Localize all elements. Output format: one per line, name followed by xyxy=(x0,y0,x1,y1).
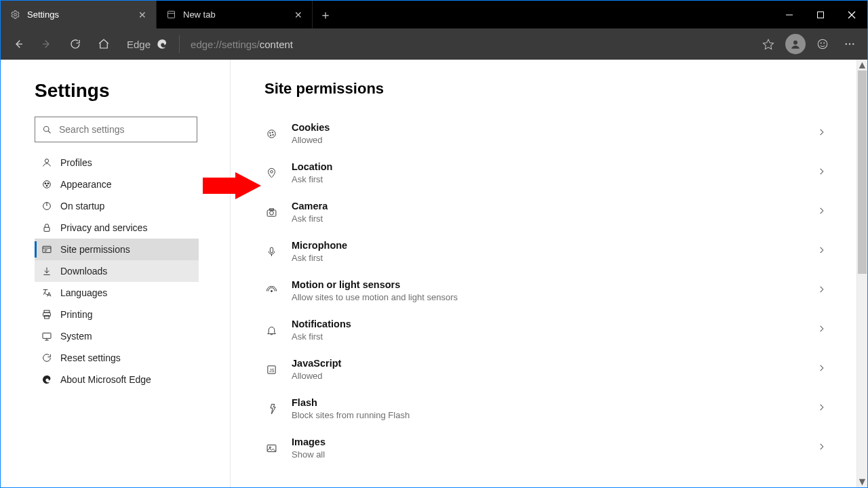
location-icon xyxy=(266,167,277,179)
tab-title: Settings xyxy=(27,9,132,20)
sidebar-item-label: System xyxy=(60,331,92,342)
toolbar: Edge edge://settings/content xyxy=(1,28,867,60)
settings-nav: ProfilesAppearanceOn startupPrivacy and … xyxy=(35,152,199,390)
refresh-button[interactable] xyxy=(63,32,87,56)
print-icon xyxy=(41,309,52,320)
maximize-button[interactable] xyxy=(805,1,836,28)
image-icon xyxy=(266,443,277,454)
permission-subtitle: Show all xyxy=(292,449,804,460)
forward-button[interactable] xyxy=(35,32,59,56)
sidebar-item-reset-settings[interactable]: Reset settings xyxy=(35,347,199,369)
chevron-right-icon xyxy=(817,127,827,140)
sidebar-item-languages[interactable]: Languages xyxy=(35,282,199,304)
person-icon xyxy=(41,157,52,168)
sidebar-item-label: Downloads xyxy=(60,266,107,277)
feedback-button[interactable] xyxy=(810,32,835,56)
reset-icon xyxy=(41,352,52,363)
sidebar-item-label: Privacy and services xyxy=(60,222,147,233)
permission-title: Images xyxy=(292,436,804,447)
permission-subtitle: Allowed xyxy=(292,371,804,381)
svg-marker-19 xyxy=(203,172,261,199)
svg-point-0 xyxy=(14,14,17,16)
permission-row-flash[interactable]: FlashBlock sites from running Flash xyxy=(264,389,827,428)
lock-icon xyxy=(41,222,52,233)
svg-point-10 xyxy=(793,41,797,45)
sidebar-item-label: Printing xyxy=(60,309,92,320)
scroll-down-icon[interactable]: ▼ xyxy=(857,476,867,487)
favorite-button[interactable] xyxy=(756,32,781,56)
search-input-field[interactable] xyxy=(59,124,190,135)
tab-settings[interactable]: Settings ✕ xyxy=(1,1,157,28)
page-title: Site permissions xyxy=(264,80,827,98)
annotation-arrow xyxy=(203,172,261,199)
permission-row-location[interactable]: LocationAsk first xyxy=(264,153,827,192)
permission-row-camera[interactable]: CameraAsk first xyxy=(264,192,827,232)
sidebar-item-site-permissions[interactable]: Site permissions xyxy=(35,239,199,260)
permission-row-motion-or-light-sensors[interactable]: Motion or light sensorsAllow sites to us… xyxy=(264,271,827,310)
sidebar-item-label: Appearance xyxy=(60,179,112,190)
vertical-scrollbar[interactable]: ▲ ▼ xyxy=(856,60,867,487)
permission-subtitle: Ask first xyxy=(292,331,804,342)
svg-rect-4 xyxy=(818,12,824,18)
home-button[interactable] xyxy=(92,32,116,56)
permission-title: Notifications xyxy=(292,319,804,329)
tab-title: New tab xyxy=(183,9,288,20)
sidebar-item-label: Site permissions xyxy=(60,244,130,255)
permission-title: Motion or light sensors xyxy=(292,279,804,290)
permission-subtitle: Ask first xyxy=(292,253,804,263)
edge-icon xyxy=(41,374,52,385)
titlebar: Settings ✕ New tab ✕ ＋ xyxy=(1,1,867,28)
permission-subtitle: Ask first xyxy=(292,174,804,184)
new-tab-button[interactable]: ＋ xyxy=(313,1,338,28)
sidebar-item-printing[interactable]: Printing xyxy=(35,304,199,325)
svg-point-13 xyxy=(824,43,825,43)
permission-row-notifications[interactable]: NotificationsAsk first xyxy=(264,310,827,350)
sidebar-item-downloads[interactable]: Downloads xyxy=(35,260,199,282)
sidebar-item-about-microsoft-edge[interactable]: About Microsoft Edge xyxy=(35,369,199,390)
sidebar-item-privacy-and-services[interactable]: Privacy and services xyxy=(35,217,199,239)
permission-title: Microphone xyxy=(292,240,804,251)
tab-newtab[interactable]: New tab ✕ xyxy=(157,1,313,28)
address-bar[interactable]: edge://settings/content xyxy=(191,39,747,50)
permission-row-javascript[interactable]: JavaScriptAllowed xyxy=(264,350,827,389)
svg-point-15 xyxy=(849,43,850,45)
site-icon xyxy=(41,244,52,255)
permission-title: JavaScript xyxy=(292,358,804,369)
chevron-right-icon xyxy=(817,403,827,415)
window-controls xyxy=(774,1,867,28)
permission-row-cookies[interactable]: CookiesAllowed xyxy=(264,114,827,153)
permission-subtitle: Ask first xyxy=(292,214,804,224)
edge-icon xyxy=(156,38,168,50)
permission-title: Cookies xyxy=(292,122,804,133)
permission-title: Camera xyxy=(292,201,804,211)
svg-rect-1 xyxy=(168,12,175,18)
js-icon xyxy=(266,364,277,375)
chevron-right-icon xyxy=(817,324,827,336)
permission-subtitle: Block sites from running Flash xyxy=(292,410,804,420)
sidebar-item-label: Profiles xyxy=(60,157,92,168)
mic-icon xyxy=(266,246,277,258)
scroll-thumb[interactable] xyxy=(858,70,867,274)
close-icon[interactable]: ✕ xyxy=(138,9,146,20)
svg-point-11 xyxy=(818,39,827,49)
permission-row-microphone[interactable]: MicrophoneAsk first xyxy=(264,232,827,271)
scroll-up-icon[interactable]: ▲ xyxy=(857,60,867,70)
sidebar-item-profiles[interactable]: Profiles xyxy=(35,152,199,174)
chevron-right-icon xyxy=(817,363,827,375)
close-icon[interactable]: ✕ xyxy=(294,9,302,20)
minimize-button[interactable] xyxy=(774,1,805,28)
sidebar-item-appearance[interactable]: Appearance xyxy=(35,174,199,195)
page-icon xyxy=(166,9,176,20)
sidebar-item-system[interactable]: System xyxy=(35,325,199,347)
close-window-button[interactable] xyxy=(836,1,867,28)
sidebar-item-on-startup[interactable]: On startup xyxy=(35,195,199,217)
sidebar-item-label: On startup xyxy=(60,201,104,211)
url-path: content xyxy=(260,39,293,50)
permission-row-images[interactable]: ImagesShow all xyxy=(264,428,827,468)
menu-button[interactable] xyxy=(837,32,862,56)
back-button[interactable] xyxy=(6,32,31,56)
cookie-icon xyxy=(266,128,277,140)
profile-button[interactable] xyxy=(783,32,808,56)
settings-main: Site permissions CookiesAllowedLocationA… xyxy=(231,60,867,487)
search-settings-input[interactable] xyxy=(35,117,197,142)
